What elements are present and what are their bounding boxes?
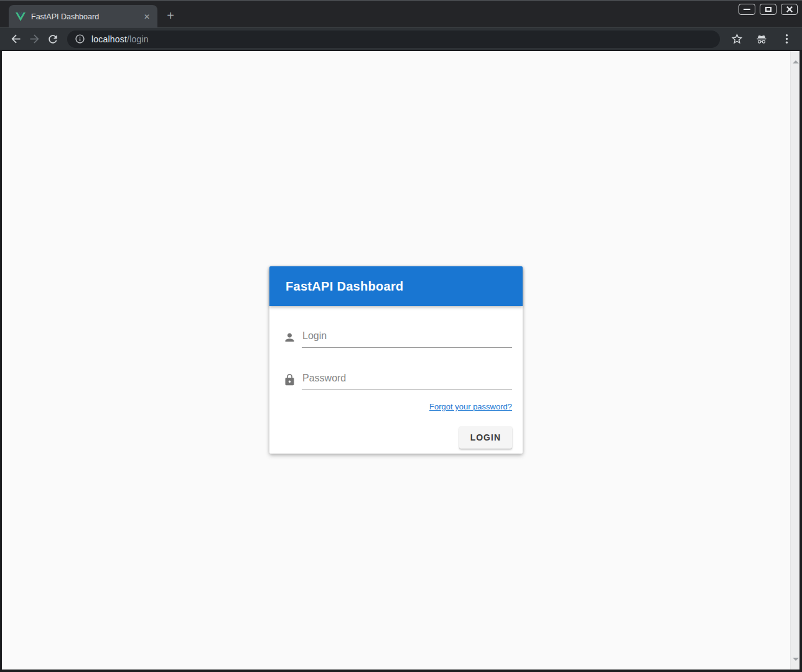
reload-icon <box>47 33 59 45</box>
forward-arrow-icon <box>28 32 41 45</box>
password-input[interactable] <box>302 373 512 390</box>
titlebar: FastAPI Dashboard ✕ + <box>0 0 802 27</box>
window-controls <box>739 4 798 15</box>
login-input[interactable] <box>302 330 512 348</box>
scrollbar-down-arrow[interactable] <box>791 655 800 663</box>
login-button[interactable]: LOGIN <box>459 426 512 449</box>
tab-close-icon[interactable]: ✕ <box>141 11 152 22</box>
back-button[interactable] <box>6 30 25 48</box>
forgot-password-row: Forgot your password? <box>283 401 512 412</box>
lock-icon <box>283 373 296 386</box>
minimize-icon <box>744 9 750 10</box>
toolbar-right <box>727 30 796 48</box>
forward-button[interactable] <box>25 30 44 48</box>
maximize-button[interactable] <box>760 4 776 15</box>
page-content: FastAPI Dashboard Forgot your passwo <box>2 51 800 670</box>
reload-button[interactable] <box>44 30 62 48</box>
close-button[interactable] <box>781 4 798 15</box>
maximize-icon <box>765 7 772 12</box>
three-dot-menu-icon <box>780 32 793 45</box>
url-path: /login <box>127 34 149 44</box>
page-info-icon[interactable] <box>75 34 85 44</box>
new-tab-button[interactable]: + <box>162 7 179 24</box>
url-host: localhost <box>91 34 127 44</box>
tab-title: FastAPI Dashboard <box>31 12 141 21</box>
vuetify-favicon-icon <box>16 12 26 21</box>
minimize-button[interactable] <box>739 4 755 15</box>
bookmark-button[interactable] <box>727 30 746 48</box>
page-scrollbar[interactable] <box>790 51 800 670</box>
person-icon <box>283 331 296 344</box>
scrollbar-up-arrow[interactable] <box>791 57 800 66</box>
forgot-password-link[interactable]: Forgot your password? <box>429 402 512 411</box>
incognito-indicator <box>752 30 771 48</box>
incognito-icon <box>755 32 768 46</box>
login-card: FastAPI Dashboard Forgot your passwo <box>269 266 523 454</box>
card-actions: LOGIN <box>283 426 512 449</box>
back-arrow-icon <box>9 32 22 45</box>
password-field-row <box>283 373 512 390</box>
star-icon <box>730 32 744 45</box>
login-field-row <box>283 330 512 348</box>
browser-window: FastAPI Dashboard ✕ + localhost/login <box>0 0 802 672</box>
login-card-title: FastAPI Dashboard <box>286 279 404 294</box>
browser-menu-button[interactable] <box>777 30 796 48</box>
address-bar[interactable]: localhost/login <box>67 30 720 48</box>
browser-tab[interactable]: FastAPI Dashboard ✕ <box>9 5 157 28</box>
login-card-body: Forgot your password? LOGIN <box>269 330 523 449</box>
login-card-header: FastAPI Dashboard <box>269 266 523 306</box>
browser-toolbar: localhost/login <box>0 27 802 50</box>
url-text: localhost/login <box>91 34 149 44</box>
